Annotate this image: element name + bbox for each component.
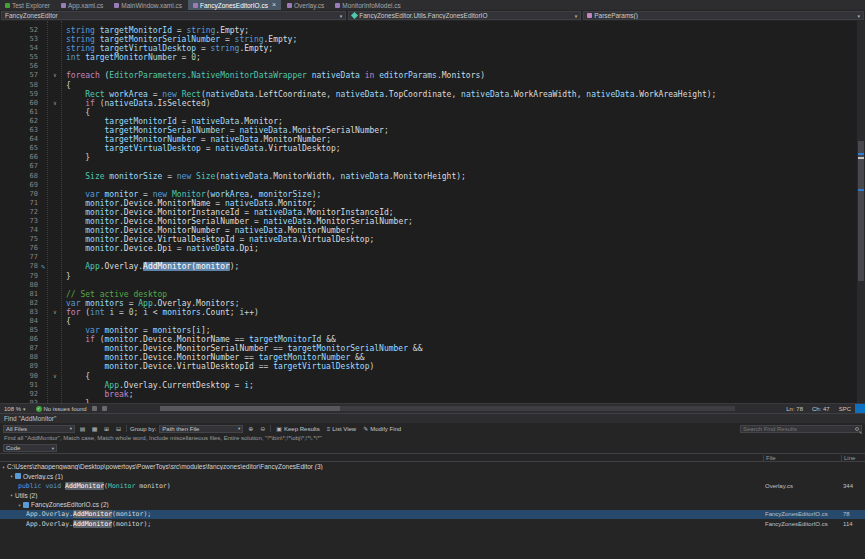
code-line[interactable]: 90∨ { — [0, 372, 865, 381]
result-group-row[interactable]: ▾FancyZonesEditorIO.cs (2) — [0, 500, 865, 510]
result-group-row[interactable]: ▾C:\Users\zhaopengwang\Desktop\powertoys… — [0, 462, 865, 472]
group-by-dropdown[interactable]: Path then File ▾ — [159, 425, 243, 433]
code-cleanup-icon[interactable] — [92, 406, 97, 411]
code-line[interactable]: 79} — [0, 272, 865, 281]
scope-dropdown[interactable]: All Files ▾ — [3, 425, 75, 433]
code-line[interactable]: 71 monitor.Device.MonitorName = nativeDa… — [0, 199, 865, 208]
fold-chevron-icon[interactable]: ∨ — [48, 308, 62, 317]
code-line[interactable]: 53string targetMonitorSerialNumber = str… — [0, 35, 865, 44]
expand-arrow-icon[interactable]: ▾ — [18, 502, 21, 508]
breakpoint-margin[interactable] — [0, 362, 20, 371]
breakpoint-margin[interactable] — [0, 208, 20, 217]
breakpoint-margin[interactable] — [0, 226, 20, 235]
breakpoint-margin[interactable] — [0, 344, 20, 353]
result-type-filter-dropdown[interactable]: Code ▾ — [3, 444, 57, 452]
breakpoint-margin[interactable] — [0, 308, 20, 317]
code-line[interactable]: 69 — [0, 181, 865, 190]
breakpoint-margin[interactable] — [0, 217, 20, 226]
type-dropdown[interactable]: FancyZonesEditor.Utils.FancyZonesEditorI… — [348, 11, 581, 20]
health-check-icon[interactable]: ✓ — [36, 406, 42, 412]
breakpoint-margin[interactable] — [0, 35, 20, 44]
code-line[interactable]: 59 Rect workArea = new Rect(nativeData.L… — [0, 90, 865, 99]
column-header-line[interactable]: Line — [841, 455, 865, 461]
keep-results-toggle[interactable]: ▣ Keep Results — [274, 425, 321, 432]
code-line[interactable]: 67 — [0, 162, 865, 171]
breakpoint-margin[interactable] — [0, 281, 20, 290]
code-line[interactable]: 52string targetMonitorId = string.Empty; — [0, 26, 865, 35]
breakpoint-margin[interactable] — [0, 272, 20, 281]
result-row[interactable]: App.Overlay.AddMonitor(monitor);FancyZon… — [0, 510, 865, 520]
search-find-results-input[interactable] — [743, 426, 855, 432]
code-line[interactable]: 56 — [0, 62, 865, 71]
editor-horizontal-scrollbar[interactable] — [160, 406, 735, 411]
code-line[interactable]: 54string targetVirtualDesktop = string.E… — [0, 44, 865, 53]
project-dropdown[interactable]: FancyZonesEditor ▾ — [1, 11, 346, 20]
fold-chevron-icon[interactable]: ∨ — [48, 99, 62, 108]
code-line[interactable]: 88 monitor.Device.MonitorNumber == targe… — [0, 353, 865, 362]
breakpoint-margin[interactable] — [0, 353, 20, 362]
code-line[interactable]: 72 monitor.Device.MonitorInstanceId = na… — [0, 208, 865, 217]
code-line[interactable]: 89 monitor.Device.VirtualDesktopId == ta… — [0, 362, 865, 371]
scrollbar-thumb[interactable] — [160, 406, 340, 411]
code-line[interactable]: 87 monitor.Device.MonitorSerialNumber ==… — [0, 344, 865, 353]
code-line[interactable]: 63 targetMonitorSerialNumber = nativeDat… — [0, 126, 865, 135]
result-row[interactable]: public void AddMonitor(Monitor monitor)O… — [0, 481, 865, 491]
code-line[interactable]: 83∨for (int i = 0; i < monitors.Count; i… — [0, 308, 865, 317]
member-dropdown[interactable]: ParseParams() ▾ — [583, 11, 864, 20]
breakpoint-margin[interactable] — [0, 108, 20, 117]
code-line[interactable]: 61 { — [0, 108, 865, 117]
list-view-toggle[interactable]: ≡ List View — [325, 426, 358, 432]
expand-arrow-icon[interactable]: ▾ — [10, 492, 13, 498]
tab-FancyZonesEditorIO.cs[interactable]: FancyZonesEditorIO.cs× — [188, 0, 281, 10]
code-line[interactable]: 66 } — [0, 153, 865, 162]
breakpoint-margin[interactable] — [0, 126, 20, 135]
code-editor[interactable]: 52string targetMonitorId = string.Empty;… — [0, 21, 865, 403]
code-line[interactable]: 80 — [0, 281, 865, 290]
code-line[interactable]: 57∨foreach (EditorParameters.NativeMonit… — [0, 71, 865, 80]
code-line[interactable]: 64 targetMonitorNumber = nativeData.Moni… — [0, 135, 865, 144]
scrollbar-thumb[interactable] — [858, 141, 864, 281]
result-group-row[interactable]: ▾Overlay.cs (1) — [0, 472, 865, 482]
code-line[interactable]: 65 targetVirtualDesktop = nativeData.Vir… — [0, 144, 865, 153]
zoom-control[interactable]: 108 % ▾ — [0, 406, 30, 412]
breakpoint-margin[interactable] — [0, 62, 20, 71]
code-line[interactable]: 78✎ App.Overlay.AddMonitor(monitor); — [0, 262, 865, 271]
space-mode[interactable]: SPC — [839, 406, 851, 412]
editor-vertical-scrollbar[interactable] — [857, 21, 865, 403]
breakpoint-margin[interactable] — [0, 372, 20, 381]
code-line[interactable]: 91 App.Overlay.CurrentDesktop = i; — [0, 381, 865, 390]
code-line[interactable]: 74 monitor.Device.MonitorNumber = native… — [0, 226, 865, 235]
settings-icon[interactable] — [102, 406, 107, 411]
breakpoint-margin[interactable] — [0, 244, 20, 253]
code-line[interactable]: 86 if (monitor.Device.MonitorName == tar… — [0, 335, 865, 344]
code-line[interactable]: 92 break; — [0, 390, 865, 399]
breakpoint-margin[interactable] — [0, 81, 20, 90]
code-line[interactable]: 85 var monitor = monitors[i]; — [0, 326, 865, 335]
result-row[interactable]: App.Overlay.AddMonitor(monitor);FancyZon… — [0, 519, 865, 529]
code-line[interactable]: 84{ — [0, 317, 865, 326]
breakpoint-margin[interactable] — [0, 144, 20, 153]
code-line[interactable]: 76 monitor.Device.Dpi = nativeData.Dpi; — [0, 244, 865, 253]
breakpoint-margin[interactable] — [0, 317, 20, 326]
breakpoint-margin[interactable] — [0, 235, 20, 244]
expand-all-icon[interactable]: ⊞ — [102, 424, 111, 433]
code-line[interactable]: 68 Size monitorSize = new Size(nativeDat… — [0, 172, 865, 181]
tab-Test Explorer[interactable]: Test Explorer — [0, 0, 55, 10]
breakpoint-margin[interactable] — [0, 117, 20, 126]
breakpoint-margin[interactable] — [0, 162, 20, 171]
result-group-row[interactable]: ▾Utils (2) — [0, 491, 865, 501]
code-line[interactable]: 75 monitor.Device.VirtualDesktopId = nat… — [0, 235, 865, 244]
close-icon[interactable]: × — [272, 2, 276, 8]
breakpoint-margin[interactable] — [0, 172, 20, 181]
code-line[interactable]: 82var monitors = App.Overlay.Monitors; — [0, 299, 865, 308]
copy-results-icon[interactable]: ▦ — [90, 424, 99, 433]
code-line[interactable]: 73 monitor.Device.MonitorSerialNumber = … — [0, 217, 865, 226]
code-line[interactable]: 60∨ if (nativeData.IsSelected) — [0, 99, 865, 108]
tab-MonitorInfoModel.cs[interactable]: MonitorInfoModel.cs — [330, 0, 406, 10]
breakpoint-margin[interactable] — [0, 253, 20, 262]
modify-find-button[interactable]: ✎ Modify Find — [361, 425, 403, 432]
open-file-icon[interactable]: ▤ — [78, 424, 87, 433]
breakpoint-margin[interactable] — [0, 99, 20, 108]
code-line[interactable]: 81// Set active desktop — [0, 290, 865, 299]
tab-Overlay.cs[interactable]: Overlay.cs — [282, 0, 329, 10]
